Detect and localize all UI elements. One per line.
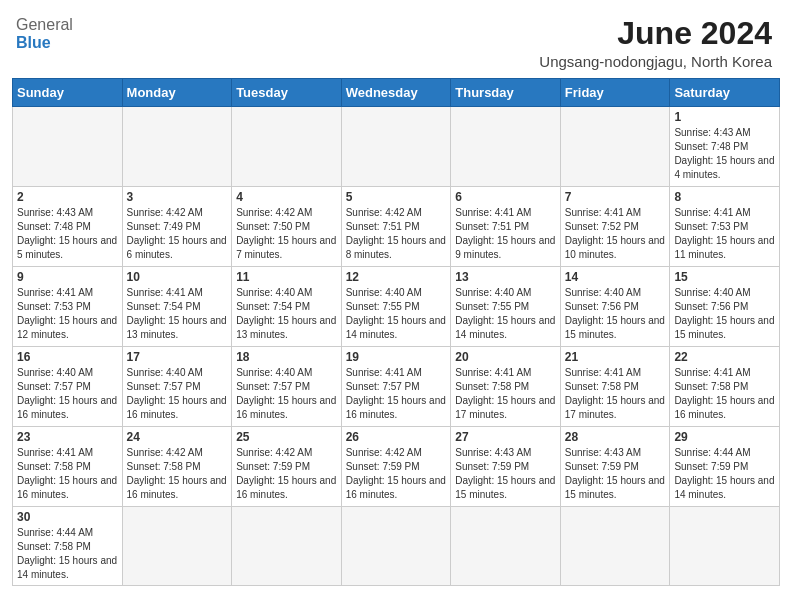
day-header-tuesday: Tuesday — [232, 79, 342, 107]
day-cell — [232, 507, 342, 586]
date-number: 4 — [236, 190, 337, 204]
day-info: Sunrise: 4:43 AM Sunset: 7:59 PM Dayligh… — [565, 446, 666, 502]
day-header-monday: Monday — [122, 79, 232, 107]
date-number: 19 — [346, 350, 447, 364]
month-title: June 2024 — [539, 16, 772, 51]
date-number: 5 — [346, 190, 447, 204]
date-number: 13 — [455, 270, 556, 284]
day-info: Sunrise: 4:41 AM Sunset: 7:58 PM Dayligh… — [455, 366, 556, 422]
day-header-sunday: Sunday — [13, 79, 123, 107]
day-cell: 14Sunrise: 4:40 AM Sunset: 7:56 PM Dayli… — [560, 267, 670, 347]
day-cell: 22Sunrise: 4:41 AM Sunset: 7:58 PM Dayli… — [670, 347, 780, 427]
day-cell: 11Sunrise: 4:40 AM Sunset: 7:54 PM Dayli… — [232, 267, 342, 347]
day-header-friday: Friday — [560, 79, 670, 107]
day-info: Sunrise: 4:42 AM Sunset: 7:59 PM Dayligh… — [346, 446, 447, 502]
day-info: Sunrise: 4:40 AM Sunset: 7:55 PM Dayligh… — [455, 286, 556, 342]
date-number: 7 — [565, 190, 666, 204]
date-number: 23 — [17, 430, 118, 444]
logo: General Blue — [16, 16, 73, 51]
day-info: Sunrise: 4:41 AM Sunset: 7:53 PM Dayligh… — [17, 286, 118, 342]
date-number: 20 — [455, 350, 556, 364]
day-cell — [451, 507, 561, 586]
day-cell: 6Sunrise: 4:41 AM Sunset: 7:51 PM Daylig… — [451, 187, 561, 267]
day-cell: 15Sunrise: 4:40 AM Sunset: 7:56 PM Dayli… — [670, 267, 780, 347]
day-info: Sunrise: 4:41 AM Sunset: 7:53 PM Dayligh… — [674, 206, 775, 262]
day-info: Sunrise: 4:44 AM Sunset: 7:58 PM Dayligh… — [17, 526, 118, 582]
date-number: 22 — [674, 350, 775, 364]
day-cell — [670, 507, 780, 586]
day-info: Sunrise: 4:41 AM Sunset: 7:58 PM Dayligh… — [17, 446, 118, 502]
day-info: Sunrise: 4:41 AM Sunset: 7:58 PM Dayligh… — [565, 366, 666, 422]
day-cell: 2Sunrise: 4:43 AM Sunset: 7:48 PM Daylig… — [13, 187, 123, 267]
day-cell: 13Sunrise: 4:40 AM Sunset: 7:55 PM Dayli… — [451, 267, 561, 347]
week-row-2: 9Sunrise: 4:41 AM Sunset: 7:53 PM Daylig… — [13, 267, 780, 347]
day-cell — [122, 507, 232, 586]
day-cell: 16Sunrise: 4:40 AM Sunset: 7:57 PM Dayli… — [13, 347, 123, 427]
day-cell — [13, 107, 123, 187]
day-cell — [560, 507, 670, 586]
day-cell: 28Sunrise: 4:43 AM Sunset: 7:59 PM Dayli… — [560, 427, 670, 507]
day-info: Sunrise: 4:42 AM Sunset: 7:59 PM Dayligh… — [236, 446, 337, 502]
date-number: 11 — [236, 270, 337, 284]
day-cell: 24Sunrise: 4:42 AM Sunset: 7:58 PM Dayli… — [122, 427, 232, 507]
date-number: 6 — [455, 190, 556, 204]
day-cell: 23Sunrise: 4:41 AM Sunset: 7:58 PM Dayli… — [13, 427, 123, 507]
day-info: Sunrise: 4:40 AM Sunset: 7:57 PM Dayligh… — [17, 366, 118, 422]
day-info: Sunrise: 4:41 AM Sunset: 7:52 PM Dayligh… — [565, 206, 666, 262]
day-cell: 20Sunrise: 4:41 AM Sunset: 7:58 PM Dayli… — [451, 347, 561, 427]
date-number: 15 — [674, 270, 775, 284]
day-cell — [451, 107, 561, 187]
date-number: 25 — [236, 430, 337, 444]
day-header-row: SundayMondayTuesdayWednesdayThursdayFrid… — [13, 79, 780, 107]
date-number: 10 — [127, 270, 228, 284]
date-number: 9 — [17, 270, 118, 284]
day-info: Sunrise: 4:43 AM Sunset: 7:59 PM Dayligh… — [455, 446, 556, 502]
date-number: 26 — [346, 430, 447, 444]
day-info: Sunrise: 4:43 AM Sunset: 7:48 PM Dayligh… — [674, 126, 775, 182]
day-header-wednesday: Wednesday — [341, 79, 451, 107]
date-number: 12 — [346, 270, 447, 284]
calendar-wrap: SundayMondayTuesdayWednesdayThursdayFrid… — [0, 78, 792, 598]
title-area: June 2024 Ungsang-nodongjagu, North Kore… — [539, 16, 772, 70]
day-cell: 4Sunrise: 4:42 AM Sunset: 7:50 PM Daylig… — [232, 187, 342, 267]
date-number: 17 — [127, 350, 228, 364]
date-number: 8 — [674, 190, 775, 204]
day-info: Sunrise: 4:40 AM Sunset: 7:57 PM Dayligh… — [236, 366, 337, 422]
week-row-0: 1Sunrise: 4:43 AM Sunset: 7:48 PM Daylig… — [13, 107, 780, 187]
week-row-1: 2Sunrise: 4:43 AM Sunset: 7:48 PM Daylig… — [13, 187, 780, 267]
day-cell: 21Sunrise: 4:41 AM Sunset: 7:58 PM Dayli… — [560, 347, 670, 427]
day-cell: 17Sunrise: 4:40 AM Sunset: 7:57 PM Dayli… — [122, 347, 232, 427]
day-info: Sunrise: 4:40 AM Sunset: 7:56 PM Dayligh… — [565, 286, 666, 342]
date-number: 18 — [236, 350, 337, 364]
day-header-saturday: Saturday — [670, 79, 780, 107]
day-info: Sunrise: 4:44 AM Sunset: 7:59 PM Dayligh… — [674, 446, 775, 502]
day-cell: 7Sunrise: 4:41 AM Sunset: 7:52 PM Daylig… — [560, 187, 670, 267]
day-header-thursday: Thursday — [451, 79, 561, 107]
day-cell — [232, 107, 342, 187]
day-info: Sunrise: 4:40 AM Sunset: 7:57 PM Dayligh… — [127, 366, 228, 422]
week-row-4: 23Sunrise: 4:41 AM Sunset: 7:58 PM Dayli… — [13, 427, 780, 507]
date-number: 16 — [17, 350, 118, 364]
day-info: Sunrise: 4:42 AM Sunset: 7:50 PM Dayligh… — [236, 206, 337, 262]
day-cell: 3Sunrise: 4:42 AM Sunset: 7:49 PM Daylig… — [122, 187, 232, 267]
day-cell — [560, 107, 670, 187]
location-title: Ungsang-nodongjagu, North Korea — [539, 53, 772, 70]
day-cell: 29Sunrise: 4:44 AM Sunset: 7:59 PM Dayli… — [670, 427, 780, 507]
week-row-5: 30Sunrise: 4:44 AM Sunset: 7:58 PM Dayli… — [13, 507, 780, 586]
date-number: 30 — [17, 510, 118, 524]
day-cell: 5Sunrise: 4:42 AM Sunset: 7:51 PM Daylig… — [341, 187, 451, 267]
day-info: Sunrise: 4:41 AM Sunset: 7:51 PM Dayligh… — [455, 206, 556, 262]
date-number: 2 — [17, 190, 118, 204]
day-cell: 18Sunrise: 4:40 AM Sunset: 7:57 PM Dayli… — [232, 347, 342, 427]
day-cell: 8Sunrise: 4:41 AM Sunset: 7:53 PM Daylig… — [670, 187, 780, 267]
day-cell: 25Sunrise: 4:42 AM Sunset: 7:59 PM Dayli… — [232, 427, 342, 507]
header-area: General Blue June 2024 Ungsang-nodongjag… — [0, 0, 792, 78]
day-info: Sunrise: 4:42 AM Sunset: 7:51 PM Dayligh… — [346, 206, 447, 262]
calendar-table: SundayMondayTuesdayWednesdayThursdayFrid… — [12, 78, 780, 586]
day-cell: 1Sunrise: 4:43 AM Sunset: 7:48 PM Daylig… — [670, 107, 780, 187]
day-info: Sunrise: 4:40 AM Sunset: 7:54 PM Dayligh… — [236, 286, 337, 342]
day-info: Sunrise: 4:41 AM Sunset: 7:54 PM Dayligh… — [127, 286, 228, 342]
date-number: 3 — [127, 190, 228, 204]
day-info: Sunrise: 4:41 AM Sunset: 7:57 PM Dayligh… — [346, 366, 447, 422]
day-cell: 26Sunrise: 4:42 AM Sunset: 7:59 PM Dayli… — [341, 427, 451, 507]
